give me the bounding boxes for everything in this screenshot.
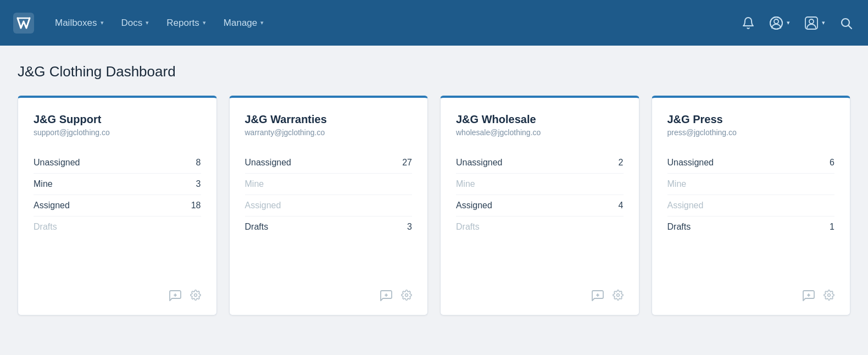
docs-chevron-icon: ▾ [146,19,149,26]
stat-label: Drafts [34,222,57,232]
nav-items: Mailboxes ▾ Docs ▾ Reports ▾ Manage ▾ [47,13,735,33]
stat-row: Assigned [245,195,413,217]
stat-label: Unassigned [456,158,503,168]
stat-label: Assigned [456,201,492,210]
svg-line-7 [849,25,852,29]
stat-label: Unassigned [34,158,80,168]
reports-chevron-icon: ▾ [203,19,206,26]
stat-value: 4 [619,201,624,210]
card-title: J&G Support [34,113,201,126]
card-email: press@jgclothing.co [667,128,835,137]
stat-row: Assigned 18 [34,195,201,217]
svg-point-16 [616,294,619,297]
settings-icon[interactable] [401,290,412,303]
manage-chevron-icon: ▾ [260,19,264,26]
mailboxes-chevron-icon: ▾ [101,19,104,26]
stat-value: 3 [407,222,412,232]
stat-row: Assigned 4 [456,195,624,217]
main-content: J&G Clothing Dashboard J&G Support suppo… [0,46,868,333]
stat-label: Mine [245,179,264,189]
card-footer [34,282,201,304]
card-stats: Unassigned 8 Mine 3 Assigned 18 Drafts [34,152,201,271]
svg-point-5 [809,19,814,24]
stat-row: Unassigned 6 [667,152,835,174]
stat-row: Unassigned 27 [245,152,413,174]
stat-label: Drafts [667,222,691,232]
navbar: Mailboxes ▾ Docs ▾ Reports ▾ Manage ▾ [0,0,868,46]
stat-value: 27 [402,158,412,168]
stat-label: Mine [456,179,475,189]
compose-icon[interactable] [592,289,604,304]
stat-label: Drafts [456,222,480,232]
support-profile-chevron-icon: ▾ [787,19,790,26]
card-title: J&G Wholesale [456,113,624,126]
svg-point-2 [774,19,778,24]
stat-label: Mine [667,179,687,189]
stat-value: 3 [196,179,201,189]
user-profile-button[interactable]: ▾ [802,14,827,32]
cards-grid: J&G Support support@jgclothing.co Unassi… [18,96,850,315]
nav-right: ▾ ▾ [739,14,855,32]
svg-point-13 [405,294,408,297]
card-warranties[interactable]: J&G Warranties warranty@jgclothing.co Un… [229,96,429,315]
card-stats: Unassigned 2 Mine Assigned 4 Drafts [456,152,624,271]
stat-row: Mine [456,174,624,195]
card-wholesale[interactable]: J&G Wholesale wholesale@jgclothing.co Un… [440,96,639,315]
card-press[interactable]: J&G Press press@jgclothing.co Unassigned… [652,96,851,315]
card-support[interactable]: J&G Support support@jgclothing.co Unassi… [18,96,217,315]
stat-label: Assigned [245,201,281,210]
card-title: J&G Press [667,113,835,126]
settings-icon[interactable] [613,290,624,303]
stat-value: 6 [830,158,834,168]
nav-docs[interactable]: Docs ▾ [114,13,157,33]
stat-row: Mine [245,174,413,195]
stat-row: Unassigned 8 [34,152,201,174]
stat-row: Drafts 1 [667,217,835,237]
stat-label: Drafts [245,222,269,232]
compose-icon[interactable] [803,289,815,304]
stat-row: Drafts [34,217,201,237]
card-footer [245,282,413,304]
stat-label: Unassigned [667,158,714,168]
stat-row: Unassigned 2 [456,152,624,174]
stat-label: Assigned [667,201,704,210]
page-title: J&G Clothing Dashboard [18,63,850,80]
card-title: J&G Warranties [245,113,413,126]
nav-reports[interactable]: Reports ▾ [159,13,214,33]
bell-button[interactable] [739,14,757,32]
nav-mailboxes[interactable]: Mailboxes ▾ [47,13,112,33]
stat-label: Unassigned [245,158,292,168]
stat-row: Drafts 3 [245,217,413,237]
card-email: support@jgclothing.co [34,128,201,137]
card-stats: Unassigned 27 Mine Assigned Drafts 3 [245,152,413,271]
settings-icon[interactable] [190,290,201,303]
card-email: wholesale@jgclothing.co [456,128,624,137]
card-footer [456,282,624,304]
stat-label: Assigned [34,201,70,210]
stat-value: 1 [830,222,834,232]
card-stats: Unassigned 6 Mine Assigned Drafts 1 [667,152,835,271]
stat-row: Assigned [667,195,835,217]
svg-point-10 [194,294,197,297]
stat-value: 18 [191,201,201,210]
support-profile-button[interactable]: ▾ [767,14,792,32]
stat-row: Drafts [456,217,624,237]
card-email: warranty@jgclothing.co [245,128,413,137]
stat-value: 8 [196,158,201,168]
nav-manage[interactable]: Manage ▾ [216,13,271,33]
settings-icon[interactable] [824,290,834,303]
svg-point-19 [828,294,831,297]
search-button[interactable] [837,14,855,32]
stat-label: Mine [34,179,53,189]
stat-row: Mine [667,174,835,195]
stat-row: Mine 3 [34,174,201,195]
card-footer [667,282,835,304]
logo[interactable] [13,13,34,34]
compose-icon[interactable] [169,289,181,304]
user-profile-chevron-icon: ▾ [822,19,825,26]
compose-icon[interactable] [380,289,392,304]
stat-value: 2 [619,158,624,168]
